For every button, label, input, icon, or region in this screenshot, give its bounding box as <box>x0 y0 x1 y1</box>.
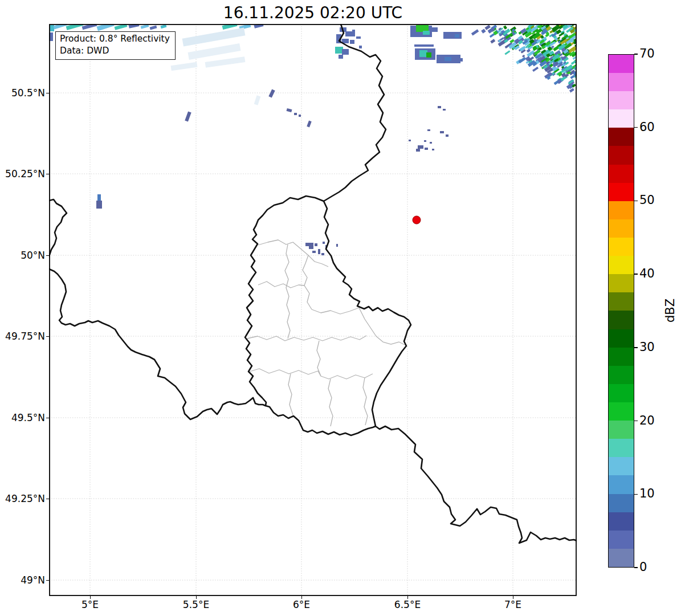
echo-cell <box>294 113 297 115</box>
country-border <box>324 24 577 543</box>
colorbar-tick-label: 10 <box>639 487 655 500</box>
x-tick-label: 6.5°E <box>394 599 421 610</box>
colorbar-tick-label: 20 <box>639 414 655 427</box>
colorbar-segment <box>609 366 634 384</box>
canton-border <box>250 369 373 379</box>
y-tick-label: 49.25°N <box>0 493 45 504</box>
colorbar-tick-mark <box>634 54 638 54</box>
echo-cell <box>188 43 241 60</box>
echo-cell <box>96 201 102 209</box>
echo-cell <box>161 25 167 28</box>
colorbar-segment <box>609 439 634 457</box>
y-tick-mark <box>46 418 49 418</box>
echo-cell <box>305 243 313 246</box>
echo-cell <box>321 253 324 255</box>
echo-cell <box>481 28 486 33</box>
colorbar-tick-mark <box>634 347 638 348</box>
echo-cell <box>471 29 479 35</box>
colorbar-tick-label: 30 <box>639 340 655 354</box>
y-tick-label: 50.5°N <box>0 87 45 99</box>
y-tick-mark <box>46 580 49 581</box>
x-tick-mark <box>513 596 513 599</box>
y-tick-mark <box>46 93 49 93</box>
colorbar-axis-label: dBZ <box>663 299 677 323</box>
colorbar-segment <box>609 256 634 274</box>
echo-cell <box>150 26 157 30</box>
colorbar-tick-mark <box>634 421 638 421</box>
colorbar-segment <box>609 128 634 146</box>
echo-cell <box>309 246 313 249</box>
y-tick-label: 49°N <box>0 574 45 586</box>
colorbar-segment <box>609 219 634 238</box>
echo-cell <box>414 44 434 47</box>
colorbar-tick-mark <box>634 567 638 568</box>
colorbar-segment <box>609 238 634 256</box>
echo-cell <box>503 25 507 29</box>
colorbar-tick-label: 40 <box>639 267 655 280</box>
echo-cell <box>323 242 325 244</box>
echo-cell <box>268 89 275 97</box>
echo-cell <box>432 149 434 150</box>
colorbar-tick-label: 70 <box>639 47 655 60</box>
x-tick-mark <box>407 596 408 599</box>
canton-border <box>363 378 368 425</box>
echo-cell <box>490 39 495 43</box>
colorbar-segment <box>609 549 634 567</box>
echo-cell <box>427 129 430 131</box>
colorbar-tick-mark <box>634 274 638 274</box>
echo-cell <box>440 131 444 133</box>
colorbar-segment <box>609 329 634 348</box>
echo-cell <box>504 50 510 55</box>
echo-cell <box>418 145 423 149</box>
x-tick-label: 5°E <box>81 599 99 610</box>
country-border <box>49 199 67 256</box>
echo-cell <box>423 31 430 35</box>
colorbar <box>608 54 634 568</box>
echo-cell <box>307 120 311 127</box>
echo-cell <box>350 40 354 44</box>
canton-border <box>258 240 328 267</box>
canton-border <box>288 374 293 415</box>
y-tick-label: 50.25°N <box>0 168 45 180</box>
colorbar-tick-label: 50 <box>639 193 655 207</box>
x-tick-mark <box>301 596 302 599</box>
canton-border <box>285 244 290 338</box>
colorbar-segment <box>609 109 634 128</box>
colorbar-segment <box>609 146 634 164</box>
country-borders <box>49 24 577 543</box>
country-border <box>245 196 376 435</box>
x-tick-label: 6°E <box>293 599 310 610</box>
colorbar-segment <box>609 183 634 201</box>
echo-cell <box>254 95 261 105</box>
echo-cell <box>459 58 463 62</box>
y-tick-mark <box>46 336 49 337</box>
echo-cell <box>342 49 349 55</box>
product-label: Product: 0.8° Reflectivity <box>60 33 170 45</box>
colorbar-segment <box>609 274 634 292</box>
colorbar-segment <box>609 531 634 549</box>
y-tick-mark <box>46 255 49 256</box>
echo-cell <box>318 249 320 254</box>
colorbar-segment <box>609 512 634 531</box>
echo-cell <box>432 27 438 32</box>
canton-border <box>303 255 312 309</box>
colorbar-segment <box>609 55 634 73</box>
canton-border <box>258 282 304 288</box>
y-tick-mark <box>46 499 49 499</box>
radar-figure: 16.11.2025 02:20 UTC Product: 0.8° Refle… <box>0 0 685 616</box>
canton-border <box>359 308 406 345</box>
echo-cell <box>532 67 539 72</box>
colorbar-segment <box>609 494 634 512</box>
figure-title: 16.11.2025 02:20 UTC <box>49 3 577 22</box>
echo-cell <box>335 47 343 54</box>
echo-cell <box>426 52 431 58</box>
colorbar-tick-mark <box>634 127 638 128</box>
canton-border <box>312 308 359 314</box>
echo-cell <box>419 50 427 57</box>
echo-cell <box>315 243 317 246</box>
colorbar-segment <box>609 165 634 183</box>
colorbar-segment <box>609 421 634 439</box>
echo-cell <box>97 194 101 201</box>
echo-cell <box>430 142 432 144</box>
echo-cell <box>312 251 316 253</box>
